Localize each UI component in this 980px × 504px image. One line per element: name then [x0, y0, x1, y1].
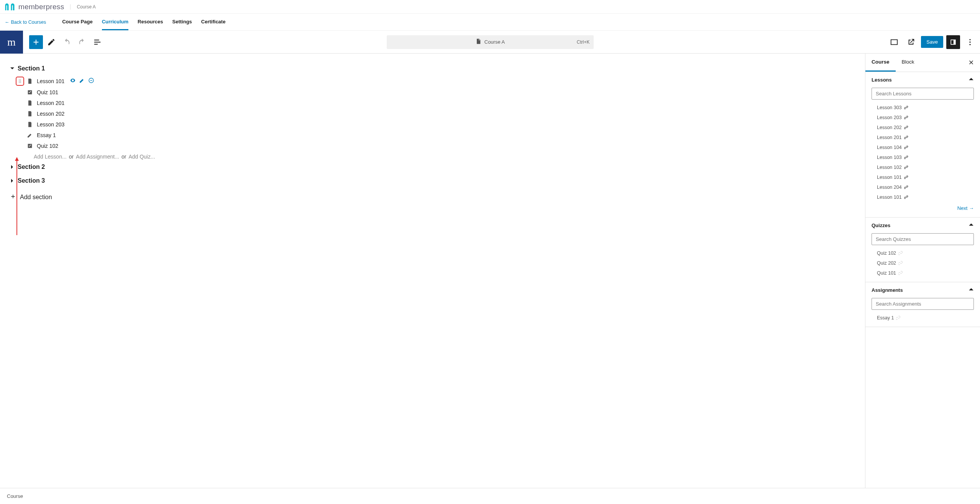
add-row: Add Lesson... or Add Assignment... or Ad…	[34, 154, 855, 160]
document-title: Course A	[484, 39, 505, 45]
edit-mode-button[interactable]	[44, 35, 58, 49]
chevron-right-icon	[10, 165, 15, 169]
lesson-label: Essay 1	[37, 132, 56, 138]
panel-item[interactable]: Lesson 103	[877, 155, 974, 160]
open-external-button[interactable]	[904, 35, 918, 49]
workspace: Section 1 Lesson 101 Quiz	[0, 54, 980, 488]
add-lesson-link[interactable]: Add Lesson...	[34, 154, 67, 160]
document-icon	[475, 38, 481, 46]
panel-item[interactable]: Lesson 101	[877, 175, 974, 180]
panel-item[interactable]: Lesson 202	[877, 125, 974, 130]
lesson-label: Quiz 102	[37, 143, 58, 149]
add-block-button[interactable]	[29, 35, 43, 49]
panel-item[interactable]: Lesson 203	[877, 115, 974, 120]
arrow-left-icon: ←	[5, 20, 10, 25]
quizzes-search-input[interactable]	[872, 233, 974, 245]
svg-point-1	[969, 41, 970, 43]
lesson-label: Quiz 101	[37, 89, 58, 95]
or-label: or	[121, 154, 126, 160]
document-icon	[27, 111, 33, 117]
sidebar-tab-course[interactable]: Course	[865, 54, 896, 72]
section-header-1[interactable]: Section 1	[10, 65, 855, 72]
chevron-up-icon[interactable]	[969, 287, 974, 293]
document-icon	[27, 78, 33, 84]
panel-item[interactable]: Lesson 101	[877, 195, 974, 200]
sidebar-tab-block[interactable]: Block	[896, 54, 921, 72]
remove-icon[interactable]	[88, 77, 94, 85]
more-options-button[interactable]	[963, 35, 977, 49]
back-to-courses-link[interactable]: ← Back to Courses	[5, 20, 46, 25]
chevron-up-icon[interactable]	[969, 222, 974, 229]
tab-course-page[interactable]: Course Page	[62, 14, 92, 30]
section-title: Section 1	[18, 65, 45, 72]
document-title-bar[interactable]: Course A Ctrl+K	[387, 35, 594, 49]
panel-item[interactable]: Lesson 204	[877, 185, 974, 190]
save-button[interactable]: Save	[921, 36, 943, 48]
lesson-row[interactable]: Lesson 202	[17, 108, 855, 119]
panel-item[interactable]: Essay 1	[877, 315, 974, 321]
panel-item[interactable]: Lesson 104	[877, 145, 974, 150]
svg-point-2	[969, 44, 970, 45]
tab-resources[interactable]: Resources	[138, 14, 163, 30]
panel-item[interactable]: Lesson 303	[877, 105, 974, 110]
panel-item[interactable]: Lesson 102	[877, 165, 974, 170]
panel-item[interactable]: Lesson 201	[877, 135, 974, 140]
lesson-row[interactable]: Quiz 101	[17, 87, 855, 98]
pencil-icon	[27, 132, 33, 138]
lesson-row[interactable]: Essay 1	[17, 130, 855, 141]
nav-bar: ← Back to Courses Course Page Curriculum…	[0, 14, 980, 31]
chevron-up-icon[interactable]	[969, 77, 974, 83]
undo-button[interactable]	[60, 35, 74, 49]
section-title: Section 2	[18, 164, 45, 170]
document-overview-button[interactable]	[90, 35, 104, 49]
close-sidebar-button[interactable]	[962, 54, 980, 72]
annotation-arrow	[16, 160, 17, 235]
add-section-label: Add section	[20, 194, 52, 201]
lesson-label: Lesson 101	[37, 78, 64, 84]
brand-bar: memberpress Course A	[0, 0, 980, 14]
back-link-label: Back to Courses	[11, 20, 46, 25]
lessons-panel: Lessons Lesson 303 Lesson 203 Lesson 202…	[865, 72, 980, 218]
edit-icon[interactable]	[79, 77, 85, 85]
lesson-row[interactable]: Lesson 101	[17, 75, 855, 87]
view-settings-button[interactable]	[887, 35, 901, 49]
wp-admin-icon[interactable]: m	[0, 31, 23, 54]
footer-label: Course	[7, 493, 23, 499]
tab-settings[interactable]: Settings	[172, 14, 192, 30]
lesson-row[interactable]: Lesson 201	[17, 98, 855, 108]
editor-toolbar: m Course A Ctrl+K Save	[0, 31, 980, 54]
panel-item[interactable]: Quiz 101	[877, 270, 974, 276]
tab-certificate[interactable]: Certificate	[201, 14, 226, 30]
add-section-button[interactable]: Add section	[10, 193, 855, 201]
svg-point-7	[19, 82, 20, 83]
svg-point-0	[969, 39, 970, 40]
section-title: Section 3	[18, 177, 45, 184]
quiz-icon	[27, 143, 33, 149]
section-header-2[interactable]: Section 2	[10, 164, 855, 170]
lessons-search-input[interactable]	[872, 88, 974, 100]
tab-curriculum[interactable]: Curriculum	[102, 14, 128, 30]
drag-handle-icon[interactable]	[17, 78, 23, 85]
or-label: or	[69, 154, 74, 160]
lesson-row[interactable]: Lesson 203	[17, 119, 855, 130]
plus-icon	[10, 193, 16, 201]
next-page-link[interactable]: Next →	[872, 205, 974, 211]
preview-icon[interactable]	[70, 77, 76, 85]
quiz-icon	[27, 89, 33, 95]
add-assignment-link[interactable]: Add Assignment...	[76, 154, 119, 160]
panel-item[interactable]: Quiz 202	[877, 260, 974, 266]
panel-title: Assignments	[872, 287, 903, 293]
chevron-right-icon	[10, 178, 15, 183]
lesson-row[interactable]: Quiz 102	[17, 141, 855, 151]
toggle-sidebar-button[interactable]	[946, 35, 960, 49]
svg-point-6	[20, 81, 21, 82]
svg-point-4	[20, 79, 21, 80]
course-name-breadcrumb: Course A	[70, 4, 95, 10]
panel-item[interactable]: Quiz 102	[877, 250, 974, 256]
section-header-3[interactable]: Section 3	[10, 177, 855, 184]
add-quiz-link[interactable]: Add Quiz...	[128, 154, 155, 160]
assignments-search-input[interactable]	[872, 298, 974, 310]
memberpress-logo[interactable]: memberpress	[5, 3, 64, 11]
redo-button[interactable]	[75, 35, 89, 49]
document-icon	[27, 121, 33, 128]
